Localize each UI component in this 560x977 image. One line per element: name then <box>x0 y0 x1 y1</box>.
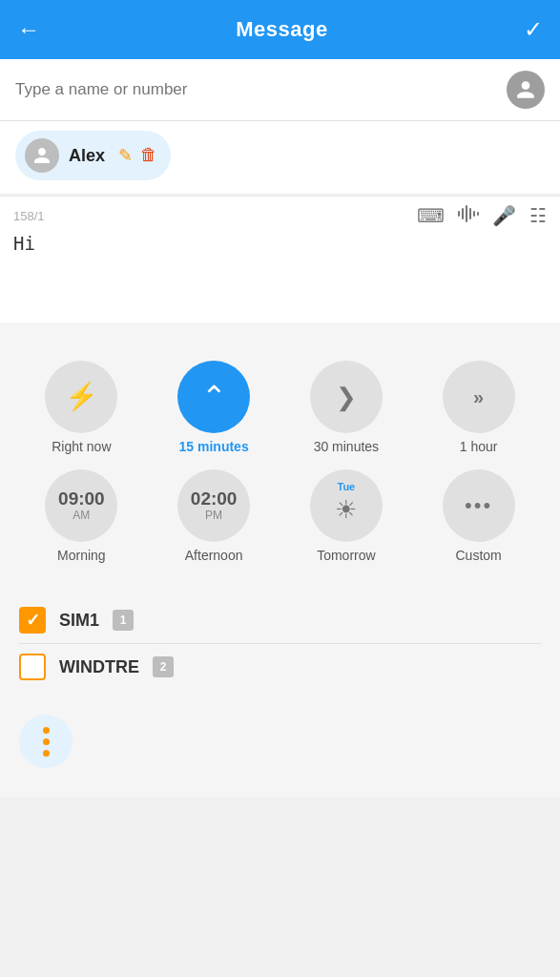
sim1-checkmark: ✓ <box>26 612 40 629</box>
afternoon-ampm: PM <box>205 509 222 522</box>
back-button[interactable]: ← <box>17 16 40 43</box>
contact-picker-button[interactable] <box>507 71 545 109</box>
sim1-checkbox[interactable]: ✓ <box>19 607 46 634</box>
schedule-item-30min[interactable]: ❯ 30 minutes <box>284 361 409 454</box>
tomorrow-circle[interactable]: Tue ☀ <box>310 469 383 542</box>
schedule-item-15min[interactable]: ⌃ 15 minutes <box>152 361 277 454</box>
afternoon-time: 02:00 <box>191 489 238 509</box>
tomorrow-label: Tomorrow <box>317 548 375 563</box>
fab-section <box>0 696 560 797</box>
fab-dot-1 <box>43 727 50 734</box>
30min-label: 30 minutes <box>314 439 379 454</box>
schedule-item-tomorrow[interactable]: Tue ☀ Tomorrow <box>284 469 409 563</box>
double-chevron-icon: » <box>473 386 484 408</box>
svg-rect-3 <box>469 208 471 219</box>
chip-contact-name: Alex <box>69 146 105 166</box>
schedule-item-custom[interactable]: ••• Custom <box>416 469 541 563</box>
sim2-item[interactable]: ✓ WINDTRE 2 <box>19 644 541 690</box>
schedule-item-morning[interactable]: 09:00 AM Morning <box>19 469 144 563</box>
fab-dot-3 <box>43 750 50 757</box>
char-count: 158/1 <box>13 209 45 223</box>
sun-icon: ☀ <box>335 495 357 525</box>
schedule-grid: ⚡ Right now ⌃ 15 minutes ❯ 30 minutes » … <box>19 361 541 563</box>
chevron-up-icon: ⌃ <box>201 382 227 412</box>
fab-menu-button[interactable] <box>19 715 73 768</box>
sim1-name: SIM1 <box>59 611 99 631</box>
afternoon-time-display: 02:00 PM <box>191 489 238 523</box>
1hour-label: 1 hour <box>460 439 498 454</box>
three-dots-icon: ••• <box>465 493 492 518</box>
sim-section: ✓ SIM1 1 ✓ WINDTRE 2 <box>0 588 560 696</box>
chip-actions: ✎ 🗑 <box>118 145 157 166</box>
afternoon-label: Afternoon <box>185 548 243 563</box>
afternoon-circle[interactable]: 02:00 PM <box>177 469 250 542</box>
confirm-button[interactable]: ✓ <box>524 16 543 43</box>
1hour-circle[interactable]: » <box>443 361 515 433</box>
fab-dot-2 <box>43 738 50 745</box>
waveform-icon[interactable] <box>458 205 479 227</box>
chip-avatar <box>25 138 59 173</box>
svg-rect-4 <box>473 211 475 217</box>
sim1-item[interactable]: ✓ SIM1 1 <box>19 597 541 643</box>
recipient-input[interactable] <box>15 80 507 99</box>
morning-label: Morning <box>57 548 106 563</box>
30min-circle[interactable]: ❯ <box>310 361 383 433</box>
sim2-badge: 2 <box>153 656 174 677</box>
header-title: Message <box>236 17 327 42</box>
message-input[interactable]: Hi <box>13 233 547 309</box>
morning-time: 09:00 <box>58 489 105 509</box>
custom-label: Custom <box>456 548 502 563</box>
right-now-circle[interactable]: ⚡ <box>45 361 117 433</box>
sim2-checkbox[interactable]: ✓ <box>19 654 46 680</box>
right-now-label: Right now <box>52 439 111 454</box>
section-divider <box>0 322 560 338</box>
sim2-name: WINDTRE <box>59 657 139 677</box>
chip-edit-button[interactable]: ✎ <box>118 145 133 166</box>
sim1-badge: 1 <box>113 610 134 631</box>
recipient-section <box>0 59 560 121</box>
svg-rect-0 <box>458 211 460 217</box>
single-chevron-icon: ❯ <box>336 385 357 409</box>
contact-chip-section: Alex ✎ 🗑 <box>0 121 560 194</box>
lightning-icon: ⚡ <box>65 384 98 410</box>
svg-rect-1 <box>462 208 464 219</box>
schedule-section: ⚡ Right now ⌃ 15 minutes ❯ 30 minutes » … <box>0 338 560 580</box>
header: ← Message ✓ <box>0 0 560 59</box>
tomorrow-day-label: Tue <box>338 481 356 492</box>
sim-divider <box>0 580 560 588</box>
schedule-item-right-now[interactable]: ⚡ Right now <box>19 361 144 454</box>
mic-icon[interactable]: 🎤 <box>492 204 516 227</box>
schedule-item-1hour[interactable]: » 1 hour <box>416 361 541 454</box>
15min-label: 15 minutes <box>179 439 249 454</box>
morning-time-display: 09:00 AM <box>58 489 105 523</box>
custom-circle[interactable]: ••• <box>443 469 515 542</box>
morning-ampm: AM <box>73 509 90 522</box>
compose-section: 158/1 ⌨ 🎤 ☷ Hi <box>0 196 560 322</box>
svg-rect-2 <box>466 205 467 222</box>
keyboard-icon[interactable]: ⌨ <box>417 204 445 227</box>
15min-circle[interactable]: ⌃ <box>177 361 250 433</box>
contact-chip: Alex ✎ 🗑 <box>15 131 171 180</box>
morning-circle[interactable]: 09:00 AM <box>45 469 117 542</box>
list-icon[interactable]: ☷ <box>529 204 547 227</box>
chip-delete-button[interactable]: 🗑 <box>140 145 157 166</box>
schedule-item-afternoon[interactable]: 02:00 PM Afternoon <box>152 469 277 563</box>
svg-rect-5 <box>477 212 479 216</box>
compose-toolbar: 158/1 ⌨ 🎤 ☷ <box>13 204 547 227</box>
